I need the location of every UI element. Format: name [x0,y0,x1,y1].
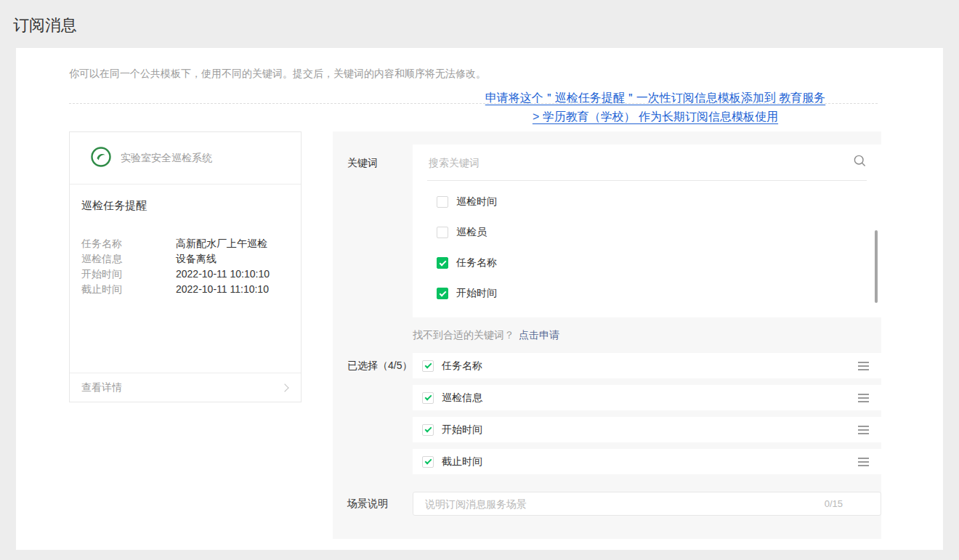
preview-field-row: 巡检信息 设备离线 [81,251,289,267]
selected-keyword-label: 巡检信息 [442,391,482,405]
chevron-right-icon [280,384,288,391]
not-found-row: 找不到合适的关键词？点击申请 [413,329,881,342]
checkbox-checked-icon[interactable] [437,288,448,299]
keyword-panel: 巡检时间 巡检员 任务名称 [413,145,881,317]
scene-label: 场景说明 [333,492,413,516]
view-details-button[interactable]: 查看详情 [70,373,301,402]
form-panel: 关键词 [333,131,881,539]
checkbox-checked-icon[interactable] [422,456,434,468]
keyword-option[interactable]: 任务名称 [413,248,881,278]
checkbox-checked-icon[interactable] [422,360,434,372]
selected-keyword-row[interactable]: 巡检信息 [413,385,881,410]
page-header: 订阅消息 [0,0,959,48]
apply-link[interactable]: 点击申请 [519,329,559,341]
selected-keyword-label: 开始时间 [442,423,482,437]
field-value: 设备离线 [176,251,217,267]
page-title: 订阅消息 [13,16,77,34]
field-label: 截止时间 [81,282,176,297]
main-area: 实验室安全巡检系统 巡检任务提醒 任务名称 高新配水厂上午巡检 巡检信息 设备离… [69,131,881,539]
scene-char-counter: 0/15 [825,498,843,509]
drag-handle-icon[interactable] [858,365,869,367]
preview-fields: 任务名称 高新配水厂上午巡检 巡检信息 设备离线 开始时间 2022-10-11… [70,213,301,373]
field-value: 2022-10-11 10:10:10 [176,267,270,282]
keyword-option-label: 开始时间 [456,287,497,300]
preview-field-row: 截止时间 2022-10-11 11:10:10 [81,282,289,297]
not-found-text: 找不到合适的关键词？ [413,329,514,341]
scene-input[interactable] [424,498,825,511]
checkbox-checked-icon[interactable] [437,257,448,269]
keyword-option-label: 巡检时间 [456,195,497,208]
field-label: 开始时间 [81,267,176,282]
selected-keyword-row[interactable]: 开始时间 [413,417,881,442]
template-title: 巡检任务提醒 [70,184,301,213]
keyword-option[interactable]: 巡检员 [413,217,881,248]
checkbox-checked-icon[interactable] [422,424,434,436]
preview-header: 实验室安全巡检系统 [70,132,301,184]
drag-handle-icon[interactable] [858,461,869,463]
annotation-text: 申请将这个＂巡检任务提醒＂一次性订阅信息模板添加到 教育服务 > 学历教育（学校… [408,89,902,126]
selected-keyword-label: 任务名称 [442,360,482,373]
view-details-label: 查看详情 [81,381,122,394]
keyword-label: 关键词 [333,145,413,342]
keyword-option[interactable]: 巡检时间 [413,187,881,217]
preview-field-row: 开始时间 2022-10-11 10:10:10 [81,267,289,282]
field-value: 高新配水厂上午巡检 [176,236,267,251]
keyword-option-list: 巡检时间 巡检员 任务名称 [413,181,881,317]
scene-section: 场景说明 0/15 [333,492,881,516]
field-value: 2022-10-11 11:10:10 [176,282,269,297]
scrollbar[interactable] [875,230,878,303]
keyword-search-input[interactable] [427,156,846,169]
app-logo-icon [90,146,112,171]
hint-text: 你可以在同一个公共模板下，使用不同的关键词。提交后，关键词的内容和顺序将无法修改… [69,68,486,81]
keyword-search-row [427,145,867,181]
checkbox-checked-icon[interactable] [422,392,434,404]
keyword-option-label: 巡检员 [456,226,487,239]
checkbox-unchecked-icon[interactable] [437,227,448,238]
checkbox-unchecked-icon[interactable] [437,196,448,208]
search-icon[interactable] [853,154,867,171]
keyword-option[interactable]: 开始时间 [413,278,881,309]
selected-keyword-row[interactable]: 任务名称 [413,353,881,378]
template-preview-card: 实验室安全巡检系统 巡检任务提醒 任务名称 高新配水厂上午巡检 巡检信息 设备离… [69,131,302,402]
field-label: 巡检信息 [81,251,176,267]
drag-handle-icon[interactable] [858,397,869,399]
selected-label: 已选择（4/5） [333,353,413,481]
keyword-section: 关键词 [333,145,881,342]
annotation-line-2: > 学历教育（学校） 作为长期订阅信息模板使用 [408,107,902,126]
preview-field-row: 任务名称 高新配水厂上午巡检 [81,236,289,251]
drag-handle-icon[interactable] [858,429,869,431]
selected-keyword-row[interactable]: 截止时间 [413,449,881,474]
selected-section: 已选择（4/5） 任务名称 巡检信息 开始时间 [333,353,881,481]
subscription-card: 你可以在同一个公共模板下，使用不同的关键词。提交后，关键词的内容和顺序将无法修改… [16,48,943,550]
app-name: 实验室安全巡检系统 [121,152,212,165]
selected-keyword-label: 截止时间 [442,455,482,468]
keyword-option-label: 任务名称 [456,256,497,269]
field-label: 任务名称 [81,236,176,251]
annotation-line-1: 申请将这个＂巡检任务提醒＂一次性订阅信息模板添加到 教育服务 [408,89,902,107]
scene-input-box: 0/15 [413,492,881,516]
